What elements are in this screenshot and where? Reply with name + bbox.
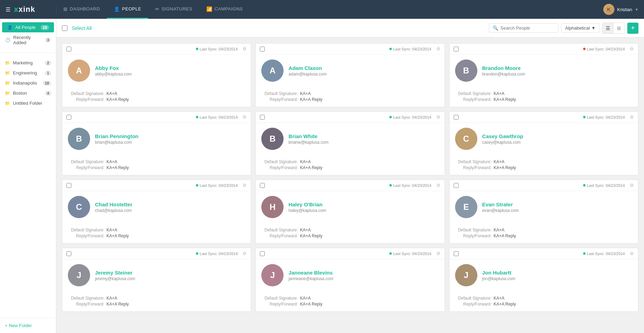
avatar-jon-hubartt: J [455,264,477,286]
nav-dashboard[interactable]: ⊞ DASHBOARD [56,0,107,19]
grid-view-button[interactable]: ⊞ [613,23,625,34]
person-name-adam-claxon[interactable]: Adam Claxon [288,65,439,71]
nav-people[interactable]: 👤 PEOPLE [107,0,148,19]
new-folder-button[interactable]: + New Folder [0,318,56,333]
gear-icon[interactable]: ⚙ [243,251,247,256]
card-header: Last Sync: 04/23/2014 ⚙ [450,112,638,123]
card-checkbox-brian-white[interactable] [260,115,265,120]
reply-forward-row: Reply/Forward: KA+A Reply [68,233,245,238]
search-input[interactable] [500,25,555,31]
card-footer: Default Signature: KA+A Reply/Forward: K… [62,223,251,243]
gear-icon[interactable]: ⚙ [243,114,247,120]
person-name-casey-gawthrop[interactable]: Casey Gawthrop [482,133,633,139]
card-checkbox-janneane-blevins[interactable] [260,251,265,256]
person-card-casey-gawthrop: Last Sync: 04/23/2014 ⚙ C Casey Gawthrop… [449,111,638,175]
gear-icon[interactable]: ⚙ [630,114,634,120]
card-footer: Default Signature: KA+A Reply/Forward: K… [450,291,638,311]
reply-forward-row: Reply/Forward: KA+A Reply [68,165,245,170]
gear-icon[interactable]: ⚙ [436,46,440,51]
card-info: Casey Gawthrop casey@kaplusa.com [482,133,633,145]
card-body: C Casey Gawthrop casey@kaplusa.com [450,123,638,155]
person-name-brandon-moore[interactable]: Brandon Moore [482,65,633,71]
sidebar-item-recently-added[interactable]: 🕐 Recently Added 3 [0,32,56,48]
people-grid: Last Sync: 04/23/2014 ⚙ A Abby Fox abby@… [56,38,644,317]
default-sig-row: Default Signature: KA+A [68,228,245,232]
card-info: Adam Claxon adam@kaplusa.com [288,65,439,77]
card-checkbox-jeremy-steiner[interactable] [66,251,71,256]
add-person-button[interactable]: + [627,23,638,34]
person-email-brian-pennington: brian@kaplusa.com [95,140,245,145]
person-name-jon-hubartt[interactable]: Jon Hubartt [482,270,633,276]
card-checkbox-chad-hostetter[interactable] [66,183,71,188]
card-info: Brian White brianw@kaplusa.com [288,133,439,145]
person-name-brian-white[interactable]: Brian White [288,133,439,139]
card-header: Last Sync: 04/23/2014 ⚙ [62,180,251,191]
reply-forward-row: Reply/Forward: KA+A Reply [68,302,245,307]
card-footer: Default Signature: KA+A Reply/Forward: K… [256,87,444,107]
card-body: B Brandon Moore brandon@kaplusa.com [450,55,638,87]
gear-icon[interactable]: ⚙ [630,183,634,188]
person-name-abby-fox[interactable]: Abby Fox [95,65,245,71]
sidebar-item-engineering[interactable]: 📁 Engineering 1 [0,68,56,78]
search-box: 🔍 [489,23,558,33]
default-sig-row: Default Signature: KA+A [455,296,633,301]
select-all-button[interactable]: Select All [72,25,92,31]
person-name-janneane-blevins[interactable]: Janneane Blevins [288,270,439,276]
card-checkbox-haley-obrian[interactable] [260,183,265,188]
card-header: Last Sync: 04/23/2014 ⚙ [256,180,444,191]
card-header: Last Sync: 04/23/2014 ⚙ [62,43,251,55]
card-checkbox-brandon-moore[interactable] [454,47,459,51]
nav-signatures[interactable]: ✏ SIGNATURES [148,0,199,19]
sync-status: Last Sync: 04/23/2014 [389,183,431,188]
hamburger-icon[interactable]: ☰ [6,6,10,13]
toolbar-right: 🔍 Alphabetical ▼ ☰ ⊞ + [489,23,638,34]
nav-campaigns[interactable]: 📶 CAMPAIGNS [199,0,250,19]
person-email-brian-white: brianw@kaplusa.com [288,140,439,145]
gear-icon[interactable]: ⚙ [630,251,634,256]
select-all-checkbox[interactable] [62,25,67,31]
card-checkbox-adam-claxon[interactable] [260,47,265,51]
card-checkbox-evan-strater[interactable] [454,183,459,188]
person-name-evan-strater[interactable]: Evan Strater [482,201,633,207]
person-email-brandon-moore: brandon@kaplusa.com [482,72,633,77]
gear-icon[interactable]: ⚙ [436,114,440,120]
card-checkbox-jon-hubartt[interactable] [454,251,459,256]
gear-icon[interactable]: ⚙ [436,251,440,256]
sidebar-item-all-people[interactable]: 👤 All People 19 [2,22,54,32]
sync-dot-icon [583,252,586,255]
sidebar-item-untitled[interactable]: 📁 Untitled Folder [0,98,56,108]
sidebar-item-indianapolis[interactable]: 📁 Indianapolis 18 [0,78,56,88]
list-view-button[interactable]: ☰ [602,23,613,34]
gear-icon[interactable]: ⚙ [630,46,634,51]
person-name-brian-pennington[interactable]: Brian Pennington [95,133,245,139]
sync-dot-icon [389,252,392,255]
default-sig-row: Default Signature: KA+A [261,228,439,232]
person-email-evan-strater: evan@kaplusa.com [482,208,633,213]
card-checkbox-casey-gawthrop[interactable] [454,115,459,120]
person-name-chad-hostetter[interactable]: Chad Hostetter [95,201,245,207]
card-info: Brandon Moore brandon@kaplusa.com [482,65,633,77]
person-name-jeremy-steiner[interactable]: Jeremy Steiner [95,270,245,276]
card-body: J Jon Hubartt jon@kaplusa.com [450,259,638,291]
sync-dot-icon [583,48,586,50]
card-info: Janneane Blevins janneane@kaplusa.com [288,270,439,281]
person-email-haley-obrian: haley@kaplusa.com [288,208,439,213]
gear-icon[interactable]: ⚙ [243,46,247,51]
sort-dropdown[interactable]: Alphabetical ▼ [561,23,599,33]
sync-status: Last Sync: 04/23/2014 [389,115,431,119]
card-checkbox-abby-fox[interactable] [66,47,71,51]
person-card-jeremy-steiner: Last Sync: 04/23/2014 ⚙ J Jeremy Steiner… [62,248,251,312]
user-menu[interactable]: K Kristian ▼ [598,4,644,15]
card-header: Last Sync: 04/23/2014 ⚙ [256,248,444,259]
sidebar-item-boston[interactable]: 📁 Boston 4 [0,88,56,98]
sync-status: Last Sync: 04/23/2014 [583,252,625,256]
people-icon: 👤 [114,6,120,12]
sidebar-item-marketing[interactable]: 📁 Marketing 2 [0,58,56,68]
gear-icon[interactable]: ⚙ [243,183,247,188]
gear-icon[interactable]: ⚙ [436,183,440,188]
card-checkbox-brian-pennington[interactable] [66,115,71,120]
default-sig-row: Default Signature: KA+A [261,296,439,301]
person-card-brian-white: Last Sync: 04/23/2014 ⚙ B Brian White br… [255,111,445,175]
sidebar-main-section: 👤 All People 19 🕐 Recently Added 3 [0,19,56,51]
person-name-haley-obrian[interactable]: Haley O'Brian [288,201,439,207]
